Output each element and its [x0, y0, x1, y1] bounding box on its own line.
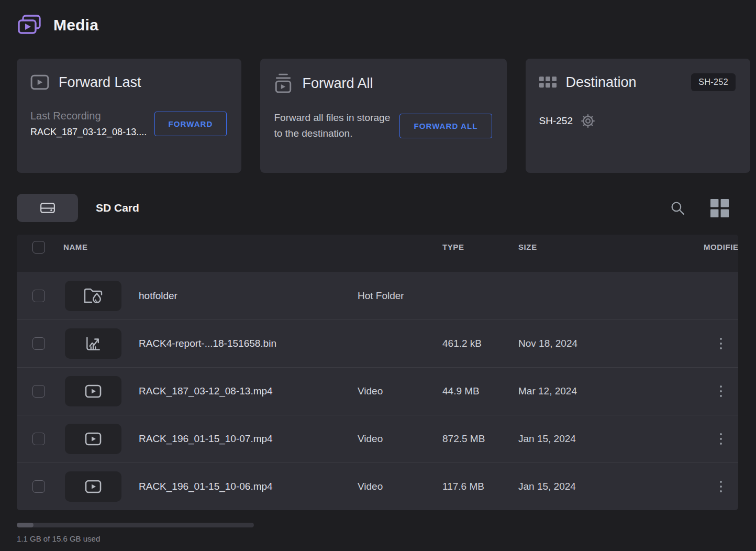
grid-view-icon [710, 199, 729, 217]
video-icon [84, 384, 102, 399]
table-row: RACK_187_03-12_08-13.mp4 Video 44.9 MB M… [17, 367, 738, 415]
search-icon [670, 201, 685, 216]
chart-icon [84, 335, 102, 352]
file-size: 117.6 MB [442, 481, 518, 492]
destination-icon [539, 76, 557, 88]
file-size: 461.2 kB [442, 338, 518, 349]
forward-all-button[interactable]: FORWARD ALL [399, 114, 492, 138]
last-recording-value: RACK_187_03-12_08-13.... [30, 127, 147, 138]
file-modified: Jan 15, 2024 [518, 433, 704, 445]
row-checkbox[interactable] [32, 385, 45, 398]
destination-value: SH-252 [539, 115, 573, 127]
grid-view-button[interactable] [707, 196, 732, 221]
row-menu-button[interactable] [716, 381, 726, 401]
column-header-modified: MODIFIED [704, 243, 738, 251]
page-header: Media [17, 14, 756, 37]
row-menu-button[interactable] [716, 429, 726, 449]
file-thumbnail[interactable] [65, 424, 121, 454]
file-type: Hot Folder [358, 290, 442, 302]
file-name[interactable]: RACK_187_03-12_08-13.mp4 [139, 385, 358, 397]
file-name[interactable]: hotfolder [139, 290, 358, 302]
page-title: Media [53, 16, 98, 34]
file-thumbnail[interactable] [65, 376, 121, 406]
select-all-checkbox[interactable] [32, 241, 45, 254]
row-menu-button[interactable] [716, 334, 726, 354]
file-thumbnail[interactable] [65, 281, 121, 311]
table-header-row: NAME TYPE SIZE MODIFIED [17, 235, 738, 272]
forward-last-card: Forward Last Last Recording RACK_187_03-… [17, 59, 241, 173]
storage-meter-fill [17, 523, 34, 527]
file-table: NAME TYPE SIZE MODIFIED hotfolder Hot Fo… [17, 235, 738, 510]
table-body: hotfolder Hot Folder RACK4-report-...18-… [17, 272, 738, 510]
file-size: 872.5 MB [442, 433, 518, 445]
column-header-size: SIZE [518, 243, 704, 251]
hot-folder-icon [83, 286, 104, 306]
file-name[interactable]: RACK_196_01-15_10-07.mp4 [139, 433, 358, 445]
forward-all-icon [274, 73, 293, 93]
row-checkbox[interactable] [32, 433, 45, 445]
column-header-name: NAME [63, 243, 358, 251]
table-row: hotfolder Hot Folder [17, 272, 738, 319]
sd-card-icon [40, 201, 55, 215]
forward-all-description: Forward all files in storage to the dest… [274, 110, 399, 142]
file-name[interactable]: RACK4-report-...18-151658.bin [139, 338, 358, 349]
card-title: Forward Last [59, 74, 141, 91]
last-recording-label: Last Recording [30, 110, 147, 122]
file-thumbnail[interactable] [65, 471, 121, 502]
media-page: Media Forward Last Last Recording RACK_1… [0, 0, 756, 543]
storage-select-button[interactable] [17, 194, 78, 222]
file-modified: Jan 15, 2024 [518, 481, 704, 492]
row-menu-button[interactable] [716, 477, 726, 497]
storage-meter [17, 523, 254, 527]
storage-usage-text: 1.1 GB of 15.6 GB used [17, 534, 756, 543]
forward-all-card: Forward All Forward all files in storage… [260, 59, 506, 173]
file-type: Video [358, 385, 442, 397]
table-row: RACK_196_01-15_10-06.mp4 Video 117.6 MB … [17, 462, 738, 510]
row-checkbox[interactable] [32, 337, 45, 350]
file-type: Video [358, 481, 442, 492]
file-thumbnail[interactable] [65, 328, 121, 359]
storage-toolbar: SD Card [17, 194, 738, 222]
table-row: RACK_196_01-15_10-07.mp4 Video 872.5 MB … [17, 415, 738, 462]
destination-settings-button[interactable] [580, 113, 596, 129]
card-title: Forward All [302, 75, 373, 92]
destination-badge: SH-252 [691, 73, 736, 91]
row-checkbox[interactable] [32, 480, 45, 493]
table-row: RACK4-report-...18-151658.bin 461.2 kB N… [17, 319, 738, 367]
cards-row: Forward Last Last Recording RACK_187_03-… [17, 59, 750, 173]
file-modified: Mar 12, 2024 [518, 385, 704, 397]
row-checkbox[interactable] [32, 290, 45, 302]
forward-button[interactable]: FORWARD [154, 112, 227, 136]
video-icon [84, 479, 102, 494]
column-header-type: TYPE [442, 243, 518, 251]
media-icon [17, 14, 43, 37]
destination-card: Destination SH-252 SH-252 [526, 59, 750, 173]
card-title: Destination [566, 74, 637, 91]
file-modified: Nov 18, 2024 [518, 338, 704, 349]
storage-name: SD Card [96, 202, 139, 214]
video-icon [84, 432, 102, 446]
file-name[interactable]: RACK_196_01-15_10-06.mp4 [139, 481, 358, 492]
forward-last-icon [30, 73, 49, 91]
file-size: 44.9 MB [442, 385, 518, 397]
file-type: Video [358, 433, 442, 445]
search-button[interactable] [667, 197, 688, 219]
gear-icon [580, 113, 596, 129]
